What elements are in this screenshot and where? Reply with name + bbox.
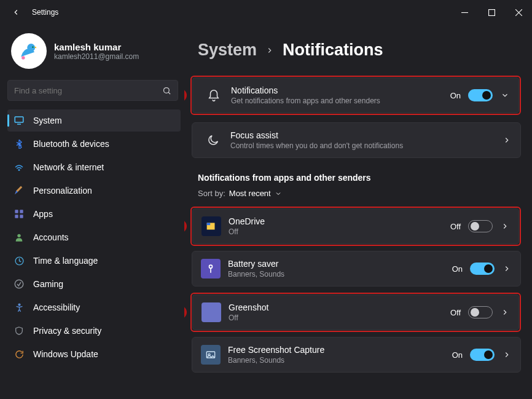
sidebar-item-label: Windows Update xyxy=(33,349,98,359)
sidebar-item-accessibility[interactable]: Accessibility xyxy=(7,296,181,318)
avatar xyxy=(11,33,47,69)
chevron-right-icon xyxy=(265,46,274,55)
sidebar-item-system[interactable]: System xyxy=(7,109,181,132)
title-bar: Settings xyxy=(0,0,532,25)
card-subtitle: Get notifications from apps and other se… xyxy=(231,97,450,105)
app-subtitle: Off xyxy=(229,314,450,322)
card-app-battery-saver[interactable]: Battery saver Banners, Sounds On xyxy=(192,251,521,286)
annotation-badge: 3 xyxy=(184,306,187,319)
onedrive-icon xyxy=(201,216,221,236)
card-app-greenshot[interactable]: Greenshot Off Off xyxy=(192,294,519,330)
clock-globe-icon xyxy=(14,255,25,266)
breadcrumb-current: Notifications xyxy=(283,41,383,60)
sidebar-item-label: Bluetooth & devices xyxy=(33,139,109,149)
app-toggle[interactable] xyxy=(470,349,495,361)
sidebar-item-time-language[interactable]: Time & language xyxy=(7,250,181,272)
accessibility-icon xyxy=(14,302,25,313)
user-email: kamlesh2011@gmail.com xyxy=(54,52,139,61)
card-focus-assist[interactable]: Focus assist Control times when you do a… xyxy=(192,122,521,158)
update-icon xyxy=(14,349,25,360)
app-toggle[interactable] xyxy=(468,220,493,232)
sidebar-item-label: Network & internet xyxy=(33,162,104,172)
minimize-button[interactable] xyxy=(451,2,478,22)
sidebar-item-bluetooth[interactable]: Bluetooth & devices xyxy=(7,133,181,155)
sidebar-item-personalization[interactable]: Personalization xyxy=(7,180,181,202)
search-box[interactable] xyxy=(7,80,178,101)
sidebar-item-windows-update[interactable]: Windows Update xyxy=(7,343,181,365)
sortby-value: Most recent xyxy=(229,189,271,198)
chevron-right-icon[interactable] xyxy=(502,136,512,144)
expand-chevron-icon[interactable] xyxy=(500,91,510,100)
window-title: Settings xyxy=(32,8,58,17)
app-toggle[interactable] xyxy=(470,263,495,275)
app-subtitle: Off xyxy=(229,227,450,236)
main-content: System Notifications 1 Notifications Get… xyxy=(184,25,532,399)
svg-point-23 xyxy=(209,265,213,268)
person-icon xyxy=(14,232,25,243)
sidebar-item-label: System xyxy=(33,116,62,125)
bluetooth-icon xyxy=(14,138,25,149)
status-label: On xyxy=(452,264,463,274)
svg-rect-10 xyxy=(15,117,23,122)
paintbrush-icon xyxy=(14,185,25,196)
notifications-toggle[interactable] xyxy=(468,89,493,101)
app-title: Free Screenshot Capture xyxy=(228,345,452,355)
chevron-right-icon[interactable] xyxy=(500,222,510,231)
sidebar-item-apps[interactable]: Apps xyxy=(7,203,181,225)
breadcrumb: System Notifications xyxy=(198,41,521,60)
chevron-right-icon[interactable] xyxy=(500,308,510,317)
sidebar-item-privacy[interactable]: Privacy & security xyxy=(7,320,181,342)
breadcrumb-parent[interactable]: System xyxy=(198,41,257,60)
user-profile[interactable]: kamlesh kumar kamlesh2011@gmail.com xyxy=(7,31,181,80)
sidebar-item-network[interactable]: Network & internet xyxy=(7,156,181,178)
sidebar-item-label: Privacy & security xyxy=(33,326,101,336)
svg-point-5 xyxy=(27,44,35,52)
card-app-free-screenshot[interactable]: Free Screenshot Capture Banners, Sounds … xyxy=(192,337,521,373)
svg-point-19 xyxy=(15,280,23,288)
status-label: On xyxy=(450,91,461,100)
svg-rect-15 xyxy=(15,215,18,218)
close-button[interactable] xyxy=(505,2,532,22)
annotation-badge: 1 xyxy=(184,89,187,102)
sidebar-item-gaming[interactable]: Gaming xyxy=(7,273,181,295)
app-toggle[interactable] xyxy=(468,306,493,318)
sidebar-item-label: Apps xyxy=(33,209,53,219)
svg-point-7 xyxy=(22,56,25,60)
shield-icon xyxy=(14,325,25,336)
greenshot-icon xyxy=(201,302,221,322)
svg-rect-22 xyxy=(207,223,211,226)
sortby-label: Sort by: xyxy=(198,189,225,198)
status-label: Off xyxy=(450,308,461,317)
search-icon xyxy=(162,86,171,95)
battery-saver-icon xyxy=(201,259,221,279)
app-title: OneDrive xyxy=(229,216,450,226)
app-subtitle: Banners, Sounds xyxy=(228,270,452,279)
chevron-right-icon[interactable] xyxy=(502,350,512,359)
svg-point-6 xyxy=(32,46,33,47)
user-name: kamlesh kumar xyxy=(54,42,139,52)
card-title: Notifications xyxy=(231,85,450,95)
gaming-icon xyxy=(14,279,25,290)
svg-rect-16 xyxy=(20,215,23,218)
sidebar-item-label: Gaming xyxy=(33,279,63,289)
sidebar: kamlesh kumar kamlesh2011@gmail.com Syst… xyxy=(0,25,184,399)
apps-icon xyxy=(14,208,25,219)
sidebar-item-accounts[interactable]: Accounts xyxy=(7,226,181,248)
svg-point-17 xyxy=(17,234,20,237)
svg-point-20 xyxy=(18,304,20,306)
back-button[interactable] xyxy=(7,4,25,21)
app-title: Battery saver xyxy=(228,259,452,269)
svg-point-12 xyxy=(18,170,20,171)
sidebar-item-label: Accounts xyxy=(33,232,69,242)
sidebar-item-label: Time & language xyxy=(33,256,98,266)
card-app-onedrive[interactable]: OneDrive Off Off xyxy=(192,208,519,244)
sort-by-dropdown[interactable]: Sort by: Most recent xyxy=(198,189,521,198)
section-title: Notifications from apps and other sender… xyxy=(198,173,521,183)
maximize-button[interactable] xyxy=(478,2,505,22)
card-notifications[interactable]: Notifications Get notifications from app… xyxy=(192,77,519,113)
system-icon xyxy=(14,115,25,126)
card-title: Focus assist xyxy=(230,130,502,140)
search-input[interactable] xyxy=(14,86,162,95)
chevron-right-icon[interactable] xyxy=(502,264,512,273)
status-label: On xyxy=(452,350,463,360)
